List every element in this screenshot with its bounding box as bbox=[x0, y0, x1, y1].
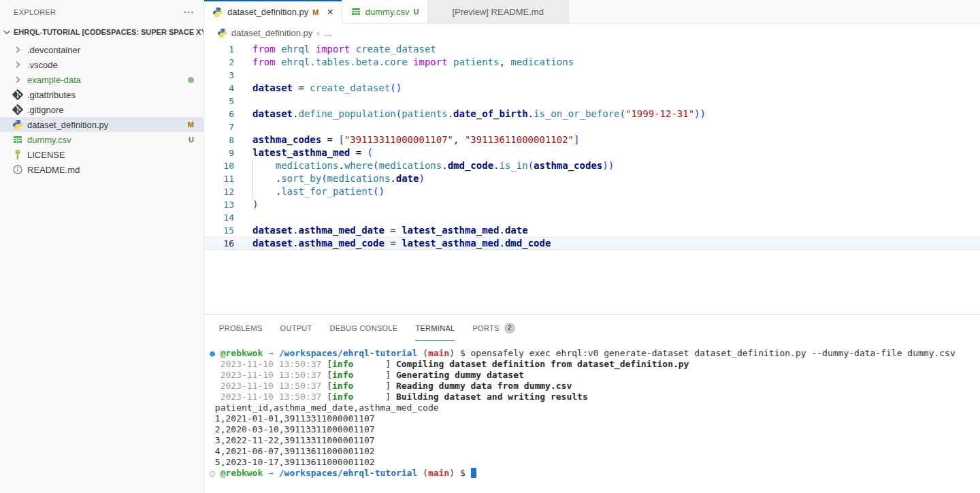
csv-icon bbox=[350, 6, 361, 17]
code-line[interactable]: 8asthma_codes = ["39113311000001107", "3… bbox=[204, 133, 980, 146]
panel-tab-problems[interactable]: PROBLEMS bbox=[219, 315, 263, 341]
file-row[interactable]: .gitattributes bbox=[0, 87, 203, 102]
code-token: last_for_patient bbox=[281, 186, 373, 197]
chevron-down-icon bbox=[1, 27, 12, 37]
file-row[interactable]: .vscode bbox=[0, 57, 203, 72]
key-icon bbox=[12, 149, 23, 160]
untracked-dot-icon bbox=[188, 77, 194, 83]
panel-tab-output[interactable]: OUTPUT bbox=[280, 315, 312, 341]
terminal-line: patient_id,asthma_med_date,asthma_med_co… bbox=[210, 402, 980, 413]
code-line[interactable]: 7 bbox=[204, 121, 980, 133]
tab-dummy-csv[interactable]: dummy.csvU bbox=[342, 0, 428, 23]
file-row[interactable]: .devcontainer bbox=[0, 42, 203, 57]
tab--preview-readme-md[interactable]: [Preview] README.md bbox=[428, 0, 569, 23]
breadcrumb-symbol[interactable]: … bbox=[324, 28, 333, 38]
code-line[interactable]: 6dataset.define_population(patients.date… bbox=[204, 108, 980, 121]
file-row[interactable]: example-data bbox=[0, 72, 203, 87]
git-status-badge: M bbox=[188, 121, 194, 129]
file-row[interactable]: LICENSE bbox=[0, 147, 203, 162]
file-row[interactable]: .gitignore bbox=[0, 102, 203, 117]
code-line[interactable]: 10 medications.where(medications.dmd_cod… bbox=[204, 159, 980, 172]
file-label: LICENSE bbox=[27, 150, 194, 160]
code-token: ) bbox=[419, 173, 424, 184]
code-token: sort_by bbox=[281, 173, 321, 184]
terminal-token: patient_id,asthma_med_date,asthma_med_co… bbox=[210, 402, 439, 413]
panel-tab-debug-console[interactable]: DEBUG CONSOLE bbox=[330, 315, 398, 341]
code-line-content: dataset.asthma_med_date = latest_asthma_… bbox=[252, 224, 980, 237]
terminal-token: main bbox=[428, 468, 449, 478]
chevron-right-icon bbox=[12, 59, 23, 70]
terminal-line: 1,2021-01-01,39113311000001107 bbox=[210, 413, 980, 424]
terminal-token: ) $ bbox=[449, 348, 470, 358]
code-line-content: from ehrql.tables.beta.core import patie… bbox=[252, 56, 980, 69]
code-line[interactable]: 1from ehrql import create_dataset bbox=[204, 43, 980, 56]
terminal-token: ( bbox=[417, 348, 428, 358]
code-token: latest_asthma_med bbox=[402, 225, 499, 236]
more-actions-icon[interactable]: ⋯ bbox=[183, 9, 194, 16]
code-token: . bbox=[390, 173, 395, 184]
line-number: 5 bbox=[204, 95, 234, 108]
code-line[interactable]: 11 .sort_by(medications.date) bbox=[204, 172, 980, 185]
line-number: 6 bbox=[204, 108, 234, 121]
file-row[interactable]: dummy.csvU bbox=[0, 132, 203, 147]
code-token bbox=[276, 44, 281, 54]
line-number: 3 bbox=[204, 69, 234, 82]
explorer-title: EXPLORER bbox=[14, 8, 56, 16]
terminal-line: ○ @rebkwok → /workspaces/ehrql-tutorial … bbox=[210, 468, 980, 479]
terminal-token bbox=[210, 392, 220, 402]
file-row[interactable]: README.md bbox=[0, 162, 203, 177]
file-label: dummy.csv bbox=[27, 135, 184, 145]
file-list: .devcontainer.vscodeexample-data.gitattr… bbox=[0, 42, 203, 177]
panel-tab-ports[interactable]: PORTS2 bbox=[472, 315, 514, 341]
git-status-badge: U bbox=[189, 136, 194, 144]
vscode-window: EXPLORER ⋯ EHRQL-TUTORIAL [CODESPACES: S… bbox=[0, 0, 980, 493]
code-token: . bbox=[499, 225, 504, 236]
terminal-line: ● @rebkwok → /workspaces/ehrql-tutorial … bbox=[210, 348, 980, 359]
workspace-section-header[interactable]: EHRQL-TUTORIAL [CODESPACES: SUPER SPACE … bbox=[0, 24, 203, 40]
code-line[interactable]: 12 .last_for_patient() bbox=[204, 185, 980, 198]
code-line[interactable]: 3 bbox=[204, 69, 980, 82]
code-token: medications bbox=[276, 160, 339, 171]
tab-label: dataset_definition.py bbox=[227, 7, 308, 17]
line-number: 8 bbox=[204, 133, 234, 146]
code-token: date_of_birth bbox=[453, 108, 528, 119]
terminal[interactable]: ● @rebkwok → /workspaces/ehrql-tutorial … bbox=[204, 341, 980, 493]
chevron-right-icon bbox=[12, 74, 23, 85]
tab-dataset-definition-py[interactable]: dataset_definition.pyM× bbox=[204, 0, 342, 24]
panel-tab-label: TERMINAL bbox=[415, 315, 455, 341]
code-line[interactable]: 15dataset.asthma_med_date = latest_asthm… bbox=[204, 224, 980, 237]
breadcrumb-separator: › bbox=[316, 28, 319, 38]
code-line[interactable]: 14 bbox=[204, 211, 980, 224]
terminal-token: [ bbox=[321, 359, 332, 369]
editor-area: dataset_definition.pyM×dummy.csvU[Previe… bbox=[204, 0, 980, 493]
terminal-line: 4,2021-06-07,39113611000001102 bbox=[210, 446, 980, 457]
terminal-token: → bbox=[263, 348, 278, 358]
terminal-token: ( bbox=[417, 468, 428, 478]
code-token: dmd_code bbox=[505, 238, 551, 249]
code-line[interactable]: 2from ehrql.tables.beta.core import pati… bbox=[204, 56, 980, 69]
tab-label: [Preview] README.md bbox=[453, 7, 544, 17]
terminal-token: → bbox=[263, 468, 278, 478]
code-line[interactable]: 4dataset = create_dataset() bbox=[204, 82, 980, 95]
code-line[interactable]: 13) bbox=[204, 198, 980, 211]
file-row[interactable]: dataset_definition.pyM bbox=[0, 117, 203, 132]
code-line-content bbox=[252, 211, 980, 224]
terminal-token: main bbox=[428, 348, 449, 358]
terminal-token: [ bbox=[321, 370, 332, 380]
code-line[interactable]: 16dataset.asthma_med_code = latest_asthm… bbox=[204, 237, 980, 250]
panel-tab-terminal[interactable]: TERMINAL bbox=[415, 315, 455, 341]
code-line[interactable]: 5 bbox=[204, 95, 980, 108]
line-number: 13 bbox=[204, 198, 234, 211]
code-token: create_dataset bbox=[310, 82, 390, 93]
breadcrumb-file[interactable]: dataset_definition.py bbox=[231, 28, 312, 38]
code-token: )) bbox=[694, 108, 706, 119]
code-line[interactable]: 9latest_asthma_med = ( bbox=[204, 146, 980, 159]
code-line-content: latest_asthma_med = ( bbox=[252, 146, 980, 159]
terminal-token bbox=[210, 381, 220, 391]
code-token: latest_asthma_med bbox=[402, 238, 499, 249]
close-icon[interactable]: × bbox=[327, 7, 333, 17]
code-token: patients bbox=[453, 57, 499, 67]
git-icon bbox=[12, 104, 23, 115]
code-editor[interactable]: 1from ehrql import create_dataset2from e… bbox=[204, 42, 980, 314]
git-icon bbox=[12, 89, 23, 100]
